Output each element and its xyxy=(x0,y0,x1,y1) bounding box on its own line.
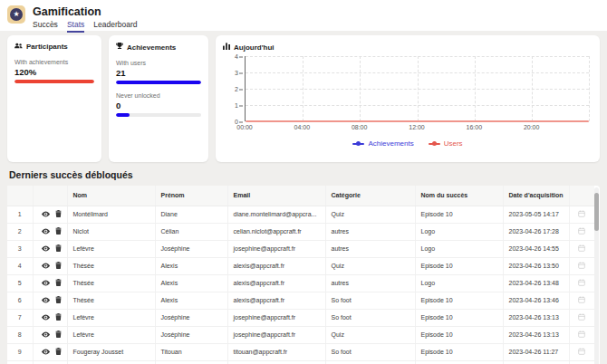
table-row: 6 Thésée Alexis alexis@appcraft.fr So fo… xyxy=(7,292,594,309)
row-actions xyxy=(33,257,67,274)
col-nom-succes[interactable]: Nom du succès xyxy=(415,186,503,206)
delete-icon[interactable] xyxy=(55,330,62,339)
y-tick: 2 xyxy=(235,86,238,92)
cell-categorie: autres xyxy=(325,274,415,292)
calendar-icon xyxy=(578,298,585,304)
cell-succes: Episode 10 xyxy=(415,292,503,309)
calendar-icon xyxy=(578,332,585,339)
delete-icon[interactable] xyxy=(55,227,62,235)
row-index: 1 xyxy=(7,206,33,223)
delete-icon[interactable] xyxy=(55,296,62,304)
calendar-icon xyxy=(578,229,585,235)
main-content: Participants With achievements 120% Achi… xyxy=(0,31,607,364)
view-icon[interactable] xyxy=(42,331,50,339)
x-tick: 00:00 xyxy=(236,124,253,130)
view-icon[interactable] xyxy=(42,297,50,304)
view-icon[interactable] xyxy=(42,211,50,218)
delete-icon[interactable] xyxy=(55,262,62,270)
delete-icon[interactable] xyxy=(55,210,62,218)
col-nom[interactable]: Nom xyxy=(67,186,155,206)
legend-achievements[interactable]: Achievements xyxy=(352,139,413,148)
table-body: 1 Montélimard Diane diane.montelimard@ap… xyxy=(7,206,594,364)
cell-calendar xyxy=(569,240,594,257)
row-index: 3 xyxy=(7,240,33,257)
row-actions xyxy=(33,292,67,309)
delete-icon[interactable] xyxy=(55,313,62,321)
cell-nom: Thésée xyxy=(67,257,155,274)
cell-calendar xyxy=(569,292,594,309)
row-actions xyxy=(33,343,67,360)
cell-nom: Lefèvre xyxy=(67,326,155,343)
with-users-progressbar xyxy=(116,81,201,84)
cell-nom: Lefèvre xyxy=(67,240,155,257)
participants-icon xyxy=(14,43,23,51)
gridline xyxy=(303,56,304,121)
col-date[interactable]: Date d'acquisition xyxy=(503,186,569,206)
star-icon: ★ xyxy=(13,11,19,18)
col-email[interactable]: Email xyxy=(227,186,325,206)
row-actions xyxy=(33,309,67,326)
col-prenom[interactable]: Prénom xyxy=(155,186,227,206)
cell-calendar xyxy=(569,257,594,274)
tab-leaderboard[interactable]: Leaderboard xyxy=(93,20,137,33)
with-achievements-progressbar xyxy=(14,80,94,83)
cell-succes: Les candidats xyxy=(415,360,503,364)
col-index xyxy=(7,186,33,206)
participants-card-title-row: Participants xyxy=(14,43,94,51)
cell-email: josephine@appcraft.fr xyxy=(227,326,325,343)
with-users-progress-fill xyxy=(116,81,201,84)
achievements-table-container: Nom Prénom Email Catégorie Nom du succès… xyxy=(7,186,600,364)
chart-legend: Achievements Users xyxy=(223,139,593,148)
col-categorie[interactable]: Catégorie xyxy=(325,186,415,206)
view-icon[interactable] xyxy=(42,314,50,321)
tab-succes[interactable]: Succès xyxy=(33,20,58,33)
x-tick: 16:00 xyxy=(467,124,483,130)
cell-nom: Fougeray Jousset xyxy=(67,360,155,364)
chart-y-axis: 4 3 2 1 0 xyxy=(223,56,245,121)
table-scrollbar[interactable] xyxy=(594,187,599,364)
view-icon[interactable] xyxy=(42,228,50,235)
delete-icon[interactable] xyxy=(55,279,62,287)
cell-date: 2023-04-26 13:50 xyxy=(503,257,569,274)
cell-email: alexis@appcraft.fr xyxy=(227,274,325,292)
cell-calendar xyxy=(569,309,594,326)
cell-succes: Episode 10 xyxy=(415,343,503,360)
view-icon[interactable] xyxy=(42,263,50,270)
scrollbar-thumb[interactable] xyxy=(594,193,599,231)
row-index: 4 xyxy=(7,257,33,274)
row-index: 10 xyxy=(7,360,33,364)
cell-nom: Thésée xyxy=(67,292,155,309)
cell-email: diane.montelimard@appcra... xyxy=(227,206,325,223)
cell-prenom: Titouan xyxy=(155,360,227,364)
legend-users[interactable]: Users xyxy=(429,139,463,148)
today-card-title-row: Aujourd'hui xyxy=(223,43,593,52)
table-row: 8 Lefèvre Joséphine josephine@appcraft.f… xyxy=(7,326,594,343)
view-icon[interactable] xyxy=(42,349,50,356)
cell-succes: Episode 10 xyxy=(415,206,503,223)
cell-prenom: Alexis xyxy=(155,292,227,309)
cell-prenom: Alexis xyxy=(155,257,227,274)
cell-date: 2023-04-26 13:13 xyxy=(503,326,569,343)
cell-succes: Logo xyxy=(415,274,503,292)
calendar-icon xyxy=(578,263,585,270)
y-tick: 1 xyxy=(235,102,238,109)
cell-calendar xyxy=(569,206,594,223)
tab-stats[interactable]: Stats xyxy=(67,20,84,33)
cell-succes: Episode 10 xyxy=(415,309,503,326)
view-icon[interactable] xyxy=(42,280,50,287)
cell-succes: Episode 10 xyxy=(415,326,503,343)
calendar-icon xyxy=(578,315,585,321)
chart-x-axis: 00:00 04:00 08:00 12:00 16:00 20:00 xyxy=(245,121,589,132)
cell-calendar xyxy=(569,360,594,364)
delete-icon[interactable] xyxy=(55,244,62,253)
cell-prenom: Joséphine xyxy=(155,326,227,343)
cell-date: 2023-04-26 11:27 xyxy=(503,360,569,364)
delete-icon[interactable] xyxy=(55,348,62,356)
table-row: 2 Niclot Célian celian.niclot@appcraft.f… xyxy=(7,223,594,240)
cell-succes: Episode 10 xyxy=(415,257,503,274)
cell-prenom: Alexis xyxy=(155,274,227,292)
view-icon[interactable] xyxy=(42,245,50,253)
achievements-card-title-row: Achievements xyxy=(116,43,201,52)
cell-email: alexis@appcraft.fr xyxy=(227,257,325,274)
cell-email: titouan@appcraft.fr xyxy=(227,343,325,360)
